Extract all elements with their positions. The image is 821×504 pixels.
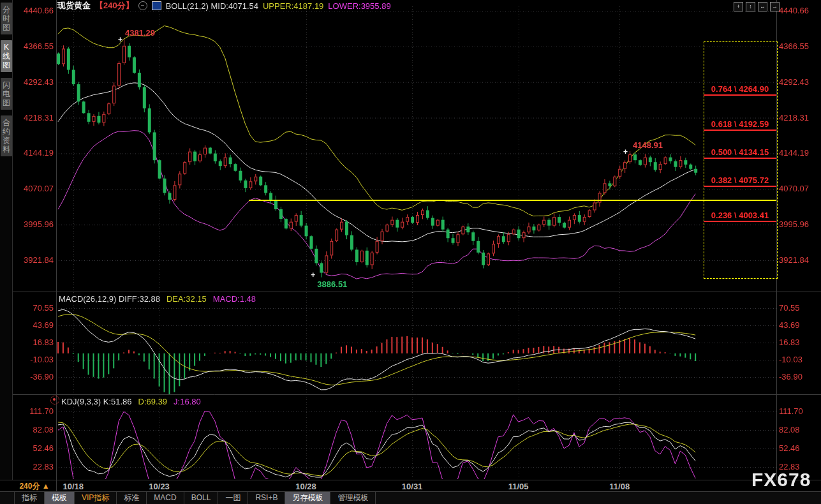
toolbar-item-indicators[interactable]: 指标 bbox=[14, 492, 45, 504]
date-tick: 10/23 bbox=[149, 482, 170, 491]
horizontal-line-annotation[interactable] bbox=[249, 200, 776, 201]
kdj-panel-icon[interactable] bbox=[50, 396, 59, 404]
price-tick-right: 4292.43 bbox=[779, 77, 820, 87]
price-tick-right: 4144.19 bbox=[779, 148, 820, 158]
price-tick-left: 4366.55 bbox=[14, 41, 54, 51]
bottom-toolbar: 指标模板VIP指标标准MACDBOLL一图RSI+B另存模板管理模板 bbox=[0, 492, 821, 504]
toolbar-item-manage-template[interactable]: 管理模板 bbox=[330, 492, 376, 504]
fib-level-label: 0.382 \ 4075.72 bbox=[704, 175, 776, 185]
kdj-tick: 111.70 bbox=[779, 406, 820, 416]
fib-level-line[interactable] bbox=[704, 130, 776, 131]
x-axis-scale-icon[interactable]: ↔ bbox=[758, 2, 767, 11]
macd-tick: -10.03 bbox=[14, 355, 54, 364]
price-tick-right: 4070.07 bbox=[779, 184, 820, 193]
kdj-tick: 82.08 bbox=[14, 425, 54, 434]
fib-level-line[interactable] bbox=[704, 221, 776, 222]
price-tick-left: 4292.43 bbox=[14, 77, 54, 87]
peak-high-label: 4381.29 bbox=[125, 28, 155, 38]
swing-low-label: 3886.51 bbox=[317, 279, 347, 289]
toolbar-item-vip-indicators[interactable]: VIP指标 bbox=[75, 492, 117, 504]
chart-toolbox: +↕↔→ bbox=[734, 2, 780, 11]
toolbar-item-save-template[interactable]: 另存模板 bbox=[285, 492, 330, 504]
toolbar-item-templates[interactable]: 模板 bbox=[45, 492, 75, 504]
kdj-tick: 82.08 bbox=[779, 425, 820, 434]
fib-level-label: 0.618 \ 4192.59 bbox=[704, 119, 776, 129]
macd-tick: 43.69 bbox=[779, 320, 820, 330]
collapse-icon[interactable]: − bbox=[138, 1, 147, 10]
fib-level-line[interactable] bbox=[704, 186, 776, 187]
fib-level-label: 0.500 \ 4134.15 bbox=[704, 147, 776, 157]
kdj-tick: 52.46 bbox=[779, 443, 820, 453]
kdj-j-readout: J:16.80 bbox=[174, 397, 201, 406]
timeframe-selector[interactable]: 240分 ▲ bbox=[13, 480, 57, 492]
recent-high-label: 4148.91 bbox=[633, 140, 663, 150]
fib-level-label: 0.236 \ 4003.41 bbox=[704, 211, 776, 220]
chart-header: 现货黄金 【240分】 − BOLL(21,2) MID:4071.54 UPP… bbox=[57, 1, 391, 11]
kdj-panel-header: KDJ(9,3,3) K:51.86 D:69.39 J:16.80 bbox=[61, 397, 201, 406]
toolbar-item-standard[interactable]: 标准 bbox=[117, 492, 147, 504]
shift-right-icon[interactable]: → bbox=[770, 2, 780, 11]
macd-tick: 16.83 bbox=[14, 337, 54, 347]
price-tick-right: 4440.66 bbox=[779, 6, 820, 15]
toolbar-item-boll[interactable]: BOLL bbox=[184, 492, 219, 504]
macd-tick: 16.83 bbox=[779, 337, 820, 347]
kdj-d-readout: D:69.39 bbox=[138, 397, 168, 406]
macd-tick: -36.90 bbox=[779, 372, 820, 382]
price-tick-left: 4070.07 bbox=[14, 184, 54, 193]
macd-tick: 43.69 bbox=[14, 320, 54, 330]
macd-dea-readout: DEA:32.15 bbox=[166, 294, 207, 304]
toolbar-item-macd[interactable]: MACD bbox=[147, 492, 184, 504]
fib-level-line[interactable] bbox=[704, 158, 776, 159]
price-tick-left: 4218.31 bbox=[14, 113, 54, 122]
trading-app-window: 现货黄金 【240分】 − BOLL(21,2) MID:4071.54 UPP… bbox=[0, 0, 821, 504]
boll-mid-readout: BOLL(21,2) MID:4071.54 bbox=[166, 1, 258, 11]
boll-upper-readout: UPPER:4187.19 bbox=[263, 1, 323, 11]
toolbar-item-rsi-b[interactable]: RSI+B bbox=[248, 492, 285, 504]
main-chart-canvas[interactable] bbox=[0, 0, 821, 504]
fib-level-label: 0.764 \ 4264.90 bbox=[704, 84, 776, 94]
date-tick: 11/08 bbox=[609, 482, 630, 491]
toolbar-item-one-chart[interactable]: 一图 bbox=[218, 492, 248, 504]
price-tick-left: 3921.84 bbox=[14, 255, 54, 265]
kdj-title: KDJ(9,3,3) K:51.86 bbox=[61, 397, 132, 406]
macd-tick: -36.90 bbox=[14, 372, 54, 382]
boll-lower-readout: LOWER:3955.89 bbox=[328, 1, 390, 11]
price-tick-left: 4440.66 bbox=[14, 6, 54, 15]
macd-tick: 70.55 bbox=[779, 303, 820, 313]
date-tick: 10/31 bbox=[402, 482, 423, 491]
macd-title: MACD(26,12,9) DIFF:32.88 bbox=[59, 294, 160, 304]
macd-panel-header: MACD(26,12,9) DIFF:32.88 DEA:32.15 MACD:… bbox=[59, 294, 256, 304]
date-tick: 10/28 bbox=[295, 482, 316, 491]
fib-level-line[interactable] bbox=[704, 94, 776, 96]
price-tick-right: 4366.55 bbox=[779, 41, 820, 51]
fib-retracement-tool[interactable] bbox=[704, 41, 778, 279]
timeframe-bracket: 【240分】 bbox=[95, 0, 134, 11]
move-tool-icon[interactable]: + bbox=[734, 2, 743, 11]
brand-watermark: FX678 bbox=[751, 469, 811, 491]
swing-low-marker-icon: + bbox=[311, 271, 315, 279]
price-tick-left: 3995.96 bbox=[14, 219, 54, 229]
macd-readout: MACD:1.48 bbox=[213, 294, 256, 304]
date-tick: 11/05 bbox=[508, 482, 529, 491]
price-tick-left: 4144.19 bbox=[14, 148, 54, 158]
price-tick-right: 4218.31 bbox=[779, 113, 820, 122]
peak-high-marker-icon: + bbox=[118, 35, 122, 44]
kdj-tick: 111.70 bbox=[14, 406, 54, 416]
kdj-tick: 52.46 bbox=[14, 443, 54, 453]
macd-tick: -10.03 bbox=[779, 355, 820, 364]
time-axis: 240分 ▲ 10/1810/2310/2810/3111/0511/08 bbox=[0, 480, 821, 492]
y-axis-scale-icon[interactable]: ↕ bbox=[746, 2, 755, 11]
recent-high-marker-icon: + bbox=[623, 147, 628, 156]
macd-tick: 70.55 bbox=[14, 303, 54, 313]
mini-kline-icon bbox=[152, 1, 161, 10]
kdj-tick: 22.83 bbox=[14, 462, 54, 471]
symbol-name: 现货黄金 bbox=[57, 0, 91, 11]
price-tick-right: 3921.84 bbox=[779, 255, 820, 265]
price-tick-right: 3995.96 bbox=[779, 219, 820, 229]
date-tick: 10/18 bbox=[63, 482, 84, 491]
